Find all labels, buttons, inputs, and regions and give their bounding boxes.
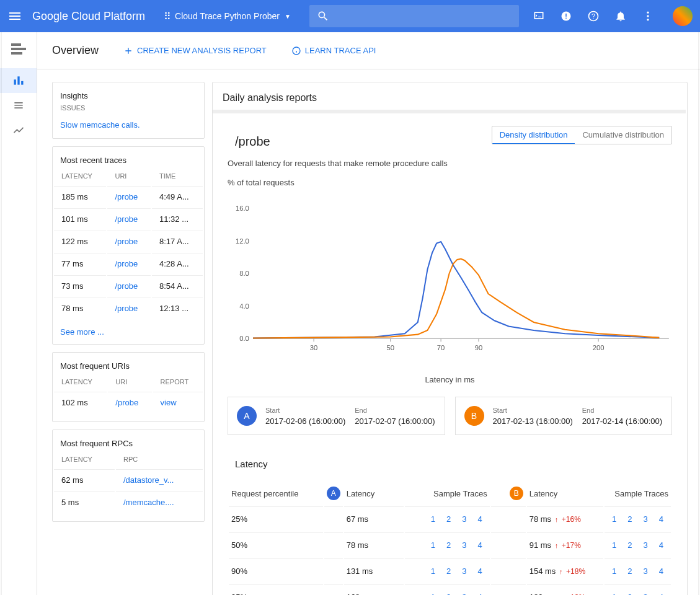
cell-percentile: 50% (229, 532, 323, 557)
project-selector[interactable]: ⠿ Cloud Trace Python Prober ▼ (157, 7, 297, 26)
sample-link[interactable]: 4 (472, 539, 487, 552)
sample-link[interactable]: 2 (622, 565, 637, 578)
sample-link[interactable]: 1 (607, 565, 621, 578)
product-sidebar (0, 32, 37, 595)
tab-cumulative[interactable]: Cumulative distribution (575, 126, 671, 144)
search-input[interactable] (309, 5, 519, 27)
more-vert-icon[interactable] (640, 9, 655, 24)
sample-link[interactable]: 2 (441, 565, 456, 578)
svg-text:50: 50 (386, 344, 394, 351)
cell-latency-a: 67 ms (344, 506, 404, 531)
sample-link[interactable]: 2 (622, 591, 637, 595)
cell-latency: 185 ms (54, 186, 106, 207)
th-samples-a: Sample Traces (405, 482, 490, 505)
trace-link[interactable]: /probe (115, 214, 138, 224)
sample-link[interactable]: 3 (457, 539, 471, 552)
sample-link[interactable]: 1 (607, 539, 621, 552)
sample-link[interactable]: 3 (639, 539, 653, 552)
sample-link[interactable]: 3 (457, 513, 471, 526)
svg-rect-1 (565, 14, 567, 17)
trace-product-icon[interactable] (11, 43, 26, 56)
chart-xlabel: Latency in ms (228, 375, 672, 384)
daily-report-card: Daily analysis reports /probe Overall la… (212, 82, 688, 595)
sample-link[interactable]: 2 (441, 539, 456, 552)
see-more-link[interactable]: See more ... (53, 320, 204, 344)
th-latency: LATENCY (54, 453, 115, 468)
header-actions: ? (531, 6, 693, 26)
sidebar-trace-list[interactable] (0, 93, 37, 118)
cell-time: 8:17 A... (152, 231, 203, 252)
rpc-link[interactable]: /datastore_v... (123, 475, 174, 485)
sample-link[interactable]: 1 (607, 591, 621, 595)
cell-latency: 122 ms (54, 231, 106, 252)
rpc-link[interactable]: /memcache.... (123, 498, 174, 507)
error-icon[interactable] (559, 9, 574, 24)
view-report-link[interactable]: view (161, 398, 177, 407)
trace-link[interactable]: /probe (115, 281, 138, 291)
avatar[interactable] (673, 6, 693, 26)
sample-link[interactable]: 4 (472, 565, 487, 578)
freq-rpc-card: Most frequent RPCs LATENCYRPC 62 ms/data… (52, 430, 205, 522)
sample-link[interactable]: 2 (622, 513, 637, 526)
notifications-icon[interactable] (613, 9, 628, 24)
sidebar-analysis[interactable] (0, 118, 37, 143)
end-label: End (355, 407, 435, 414)
sample-link[interactable]: 2 (441, 591, 456, 595)
create-report-button[interactable]: CREATE NEW ANALYSIS REPORT (123, 46, 267, 56)
sample-link[interactable]: 1 (426, 591, 440, 595)
sample-link[interactable]: 1 (607, 513, 621, 526)
th-rpc: RPC (116, 453, 203, 468)
help-icon[interactable]: ? (586, 9, 601, 24)
svg-rect-9 (17, 76, 19, 84)
cell-latency: 101 ms (54, 208, 106, 229)
scrollbar-horizontal[interactable] (213, 110, 686, 113)
sample-link[interactable]: 1 (426, 513, 440, 526)
insights-subhead: ISSUES (53, 104, 204, 117)
th-latency-a: Latency (344, 482, 404, 505)
project-dots-icon: ⠿ (164, 11, 171, 22)
sample-link[interactable]: 2 (441, 513, 456, 526)
report-heading: Daily analysis reports (213, 92, 687, 110)
plus-icon (123, 46, 133, 56)
th-latency: LATENCY (54, 376, 107, 390)
sample-link[interactable]: 1 (426, 539, 440, 552)
table-row: 73 ms/probe8:54 A... (54, 275, 203, 296)
th-latency: LATENCY (54, 170, 106, 185)
sample-link[interactable]: 3 (639, 513, 653, 526)
sample-link[interactable]: 3 (639, 565, 653, 578)
menu-icon[interactable] (7, 9, 22, 24)
cell-latency-b: 189 ms ↑ +13% (527, 584, 603, 595)
cloud-shell-icon[interactable] (531, 9, 546, 24)
cell-time: 11:32 ... (152, 208, 203, 229)
chart-ylabel: % of total requests (228, 178, 672, 187)
sample-link[interactable]: 4 (654, 591, 668, 595)
sample-link[interactable]: 4 (654, 513, 668, 526)
sample-link[interactable]: 4 (654, 539, 668, 552)
sample-link[interactable]: 3 (457, 591, 471, 595)
sample-link[interactable]: 3 (639, 591, 653, 595)
insight-link[interactable]: Slow memcache calls. (53, 117, 204, 138)
sample-link[interactable]: 4 (472, 591, 487, 595)
trace-link[interactable]: /probe (115, 192, 138, 201)
trace-link[interactable]: /probe (115, 237, 138, 246)
start-value: 2017-02-06 (16:00:00) (265, 416, 346, 426)
sample-link[interactable]: 4 (654, 565, 668, 578)
end-value: 2017-02-14 (16:00:00) (582, 416, 663, 426)
cell-time: 4:28 A... (152, 253, 203, 274)
sample-link[interactable]: 3 (457, 565, 471, 578)
brand-logo[interactable]: Google Cloud Platform (32, 10, 145, 23)
search-icon (317, 10, 329, 22)
sidebar-overview[interactable] (0, 68, 37, 93)
info-icon (291, 46, 301, 56)
th-samples-b: Sample Traces (605, 482, 671, 505)
range-b: B Start2017-02-13 (16:00:00) End2017-02-… (455, 397, 673, 435)
cell-latency: 62 ms (54, 469, 115, 490)
learn-api-button[interactable]: LEARN TRACE API (291, 46, 376, 56)
trace-link[interactable]: /probe (115, 304, 138, 313)
sample-link[interactable]: 1 (426, 565, 440, 578)
sample-link[interactable]: 2 (622, 539, 637, 552)
uri-link[interactable]: /probe (115, 398, 138, 407)
sample-link[interactable]: 4 (472, 513, 487, 526)
trace-link[interactable]: /probe (115, 259, 138, 268)
tab-density[interactable]: Density distribution (492, 126, 575, 144)
